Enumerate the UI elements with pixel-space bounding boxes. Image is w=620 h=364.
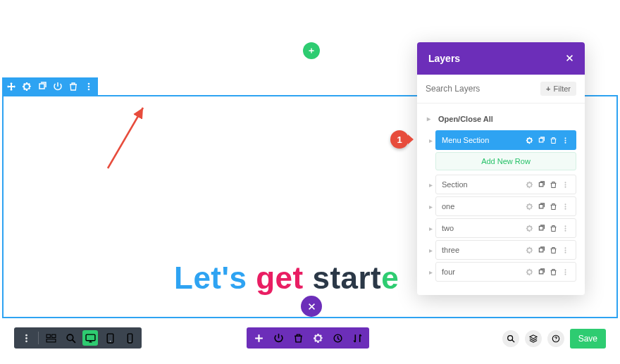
duplicate-icon[interactable] xyxy=(536,245,546,255)
gear-icon[interactable] xyxy=(20,80,33,93)
duplicate-icon[interactable] xyxy=(536,223,546,233)
layer-item[interactable]: Section xyxy=(435,175,576,194)
filter-label: Filter xyxy=(554,84,571,93)
layer-item-menu-section[interactable]: Menu Section xyxy=(435,130,576,150)
trash-icon[interactable] xyxy=(548,201,558,211)
annotation-arrow xyxy=(104,102,153,172)
sort-icon[interactable] xyxy=(349,330,365,346)
gear-icon[interactable] xyxy=(524,223,534,233)
layers-panel: Layers +Filter Open/Close All ▸ Menu Sec… xyxy=(417,42,585,295)
trash-icon[interactable] xyxy=(67,80,80,93)
layer-item[interactable]: two xyxy=(435,218,576,238)
desktop-icon[interactable] xyxy=(82,330,98,346)
layer-row: ▸ two xyxy=(426,218,576,238)
power-icon[interactable] xyxy=(51,80,64,93)
close-icon[interactable] xyxy=(566,53,574,64)
chevron-right-icon[interactable]: ▸ xyxy=(426,137,435,144)
power-icon[interactable] xyxy=(271,330,286,346)
trash-icon[interactable] xyxy=(548,245,558,255)
phone-icon[interactable] xyxy=(122,330,137,346)
hero-word-3b: e xyxy=(381,261,399,295)
bottom-center-toolbar xyxy=(247,327,369,349)
gear-icon[interactable] xyxy=(524,245,534,255)
bottom-right-toolbar: Save xyxy=(502,329,606,349)
gear-icon[interactable] xyxy=(524,201,534,211)
trash-icon[interactable] xyxy=(548,180,558,189)
duplicate-icon[interactable] xyxy=(536,180,546,189)
close-builder-button[interactable] xyxy=(301,296,322,317)
layer-label: two xyxy=(442,224,454,232)
chevron-right-icon[interactable]: ▸ xyxy=(426,268,435,276)
layer-row-active: ▸ Menu Section xyxy=(426,130,576,150)
trash-icon[interactable] xyxy=(548,135,558,145)
more-icon[interactable] xyxy=(560,180,570,189)
hero-word-1: Let's xyxy=(174,261,256,295)
duplicate-icon[interactable] xyxy=(536,267,546,277)
chevron-right-icon[interactable]: ▸ xyxy=(426,246,435,254)
open-close-all[interactable]: Open/Close All xyxy=(426,111,576,130)
trash-icon[interactable] xyxy=(548,223,558,233)
layer-item[interactable]: three xyxy=(435,240,576,260)
bottom-left-toolbar xyxy=(14,327,142,349)
svg-line-15 xyxy=(108,108,143,168)
layer-label: one xyxy=(442,202,454,211)
divider xyxy=(38,332,39,344)
filter-button[interactable]: +Filter xyxy=(540,82,576,96)
more-icon[interactable] xyxy=(560,201,570,211)
chevron-right-icon[interactable]: ▸ xyxy=(426,181,435,189)
more-icon[interactable] xyxy=(560,135,570,145)
hero-word-3a: start xyxy=(312,261,381,295)
tablet-icon[interactable] xyxy=(102,330,118,346)
plus-icon[interactable] xyxy=(251,330,266,346)
zoom-icon[interactable] xyxy=(63,330,78,346)
chevron-right-icon[interactable]: ▸ xyxy=(426,203,435,211)
hero-heading: Let's get starte xyxy=(174,261,399,296)
add-new-row-button[interactable]: Add New Row xyxy=(435,152,576,170)
search-icon[interactable] xyxy=(502,330,519,347)
layer-row: ▸ one xyxy=(426,196,576,216)
layer-item[interactable]: one xyxy=(435,196,576,216)
duplicate-icon[interactable] xyxy=(536,135,546,145)
gear-icon[interactable] xyxy=(524,267,534,277)
more-icon[interactable] xyxy=(560,223,570,233)
gear-icon[interactable] xyxy=(524,180,534,189)
layers-icon[interactable] xyxy=(525,330,542,347)
hero-word-2: get xyxy=(256,261,312,295)
callout-tail xyxy=(408,134,414,144)
more-icon[interactable] xyxy=(560,245,570,255)
layer-item[interactable]: four xyxy=(435,262,576,282)
callout-badge: 1 xyxy=(390,130,409,149)
gear-icon[interactable] xyxy=(310,330,326,346)
wireframe-icon[interactable] xyxy=(43,330,58,346)
layer-row: ▸ Section xyxy=(426,175,576,194)
help-icon[interactable] xyxy=(547,330,564,347)
layer-label: Menu Section xyxy=(442,136,489,144)
duplicate-icon[interactable] xyxy=(36,80,49,93)
layers-panel-title: Layers xyxy=(428,53,460,64)
history-icon[interactable] xyxy=(330,330,345,346)
layer-row: ▸ three xyxy=(426,240,576,260)
trash-icon[interactable] xyxy=(548,267,558,277)
layers-panel-header: Layers xyxy=(417,42,585,75)
move-icon[interactable] xyxy=(5,80,18,93)
layer-label: three xyxy=(442,246,459,254)
layers-search-row: +Filter xyxy=(417,75,585,103)
layer-row: ▸ four xyxy=(426,262,576,282)
add-section-button[interactable] xyxy=(303,42,320,59)
search-input[interactable] xyxy=(426,84,535,94)
trash-icon[interactable] xyxy=(290,330,306,346)
callout-marker: 1 xyxy=(390,130,414,149)
gear-icon[interactable] xyxy=(524,135,534,145)
more-icon[interactable] xyxy=(560,267,570,277)
chevron-right-icon[interactable]: ▸ xyxy=(426,225,435,232)
save-button[interactable]: Save xyxy=(570,329,606,349)
more-icon[interactable] xyxy=(18,330,34,346)
layer-label: Section xyxy=(442,180,468,189)
section-toolbar xyxy=(2,77,98,96)
duplicate-icon[interactable] xyxy=(536,201,546,211)
more-icon[interactable] xyxy=(82,80,95,93)
layer-label: four xyxy=(442,268,455,276)
